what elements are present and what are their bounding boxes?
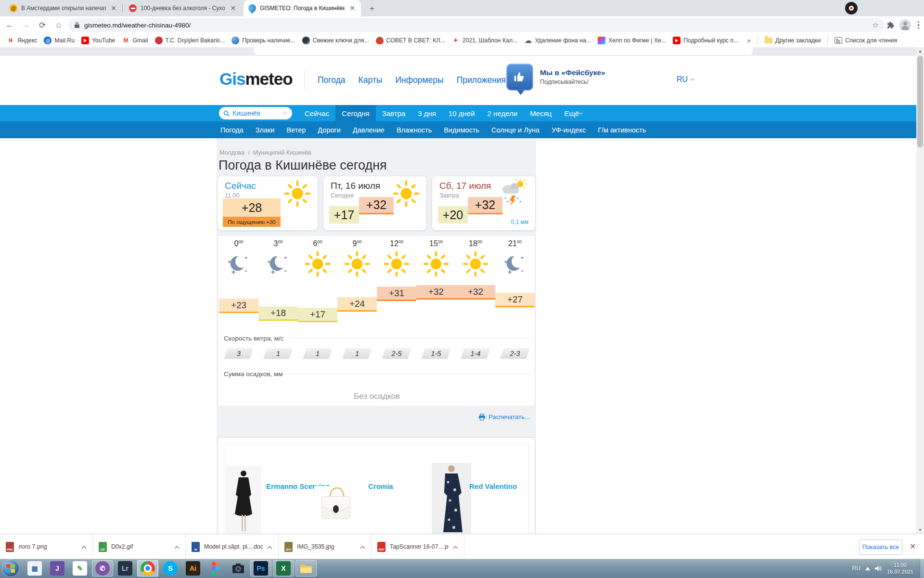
reading-list-button[interactable]: Список для чтения — [834, 37, 897, 44]
taskbar-app-chrome[interactable] — [137, 560, 158, 577]
other-bookmarks-button[interactable]: Другие закладки — [765, 37, 821, 44]
taskbar-app-lightroom[interactable]: Lr — [115, 560, 136, 577]
product-image-bag[interactable] — [315, 486, 356, 523]
tab-close-icon[interactable]: ✕ — [229, 4, 237, 12]
download-item[interactable]: WModel pl.săpt. pl....docx — [186, 534, 279, 559]
taskbar-app-illustrator[interactable]: Ai — [182, 560, 204, 577]
download-chevron-icon[interactable] — [453, 542, 458, 551]
sub-nav-link[interactable]: Видимость — [444, 126, 479, 134]
download-item[interactable]: PDFTapScanner 16-07....pdf — [372, 534, 464, 559]
period-tab[interactable]: Сейчас — [298, 105, 335, 121]
breadcrumb-link[interactable]: Молдова — [219, 149, 244, 156]
bookmark-item[interactable]: ☁Удаление фона на... — [524, 37, 591, 44]
bookmark-item[interactable]: MGmail — [122, 37, 148, 44]
brand-link[interactable]: Cromia — [368, 482, 393, 490]
address-bar[interactable]: gismeteo.md/weather-chisinau-4980/ ☆ — [68, 18, 885, 32]
download-chevron-icon[interactable] — [174, 542, 180, 551]
weather-card[interactable]: Сейчас11:00+28По ощущению +30 — [218, 176, 318, 230]
site-nav-link[interactable]: Карты — [359, 75, 383, 85]
browser-tab[interactable]: 100-дневка без алкоголя - Сухо✕ — [124, 0, 242, 16]
show-desktop-button[interactable] — [920, 559, 924, 578]
weather-card[interactable]: Сб, 17 июляЗавтра+20+320,1 мм — [432, 176, 535, 230]
sub-nav-link[interactable]: Злаки — [256, 126, 275, 134]
taskbar-app-camera[interactable] — [228, 560, 249, 577]
tab-close-icon[interactable]: ✕ — [348, 4, 356, 12]
volume-icon[interactable] — [875, 565, 882, 572]
gismeteo-logo[interactable]: Gismeteo — [219, 69, 293, 89]
site-nav-link[interactable]: Приложения — [457, 75, 506, 85]
product-image-gown[interactable] — [432, 463, 471, 534]
hidden-icons-chevron[interactable] — [865, 567, 870, 570]
sub-nav-link[interactable]: УФ-индекс — [552, 126, 586, 134]
bookmarks-overflow-chevron[interactable]: » — [747, 37, 751, 44]
period-tab[interactable]: Месяц — [524, 105, 558, 121]
download-chevron-icon[interactable] — [360, 542, 365, 551]
facebook-widget[interactable]: Мы в «Фейсбуке» Подписывайтесь! — [506, 64, 605, 91]
forward-button[interactable]: → — [19, 18, 33, 32]
card-title[interactable]: Сейчас — [225, 181, 256, 191]
bookmark-item[interactable]: ✦2021, Шаблон Кал... — [452, 37, 518, 44]
taskbar-app-viber[interactable]: ✆ — [92, 560, 113, 577]
sub-nav-link[interactable]: Дороги — [318, 126, 341, 134]
tray-clock[interactable]: 11:00 16.07.2021 — [887, 562, 913, 575]
sub-nav-link[interactable]: Давление — [353, 126, 385, 134]
taskbar-app-notes[interactable]: ✎ — [69, 560, 90, 577]
bookmark-item[interactable]: @Mail.Ru — [44, 37, 75, 44]
sub-nav-link[interactable]: Солнце и Луна — [491, 126, 539, 134]
site-nav-link[interactable]: Погода — [318, 75, 346, 85]
browser-tab[interactable]: @В Амстердаме открыли напечат✕ — [5, 0, 122, 16]
period-tab[interactable]: Завтра — [376, 105, 412, 121]
site-nav-link[interactable]: Информеры — [395, 75, 443, 85]
period-tab[interactable]: Сегодня — [335, 105, 376, 121]
sub-nav-link[interactable]: Г/м активность — [598, 126, 646, 134]
period-tab[interactable]: 3 дня — [411, 105, 442, 121]
sub-nav-link[interactable]: Влажность — [397, 126, 432, 134]
taskbar-app-explorer[interactable] — [295, 560, 317, 577]
reload-button[interactable]: ⟳ — [36, 18, 49, 32]
bookmark-item[interactable]: Свежие ключи для... — [302, 37, 369, 44]
period-tab[interactable]: 10 дней — [442, 105, 481, 121]
page-scrollbar[interactable]: ▲ ▼ — [916, 47, 924, 534]
close-downloads-bar-icon[interactable]: ✕ — [910, 542, 916, 551]
download-chevron-icon[interactable] — [267, 542, 272, 551]
download-item[interactable]: PNGлого 7.png — [0, 534, 93, 559]
browser-tab[interactable]: GISMETEO: Погода в Кишинёве✕ — [244, 0, 361, 16]
taskbar-app-photoshop[interactable]: Ps — [250, 560, 271, 577]
bookmark-item[interactable]: T.C. Dışişleri Bakanlı... — [155, 37, 225, 44]
home-button[interactable]: ⌂ — [52, 18, 65, 32]
period-tab[interactable]: 2 недели — [481, 105, 524, 121]
download-item[interactable]: JPGIMG_3535.jpg — [279, 534, 372, 559]
print-link[interactable]: Распечатать... — [478, 413, 530, 420]
bookmark-item[interactable]: Проверь наличие... — [231, 37, 295, 44]
brand-link[interactable]: Red Valentino — [469, 482, 517, 490]
tray-language[interactable]: RU — [852, 565, 860, 572]
bookmark-item[interactable]: СОВЕТ В СВЕТ: КЛ... — [376, 37, 445, 44]
product-image-dress[interactable] — [226, 466, 261, 534]
breadcrumb-link[interactable]: Муниципий Кишинёв — [253, 149, 311, 156]
favorite-star-icon[interactable]: ☆ — [282, 109, 288, 118]
scroll-down-arrow[interactable]: ▼ — [916, 526, 924, 534]
period-tab[interactable]: Ещё — [558, 105, 589, 121]
new-tab-button[interactable]: + — [366, 2, 378, 15]
screen-record-indicator[interactable] — [845, 2, 858, 14]
scrollbar-thumb[interactable] — [917, 56, 923, 147]
download-chevron-icon[interactable] — [81, 542, 87, 551]
city-search-input[interactable]: Кишинёв ☆ — [219, 107, 292, 119]
sub-nav-link[interactable]: Ветер — [286, 126, 306, 134]
language-selector[interactable]: RU — [677, 75, 694, 84]
back-button[interactable]: ← — [3, 18, 16, 32]
download-item[interactable]: GIFD0x2.gif — [93, 534, 186, 559]
profile-avatar[interactable] — [899, 19, 911, 31]
scroll-up-arrow[interactable]: ▲ — [916, 47, 924, 55]
taskbar-app-j-app[interactable]: J — [47, 560, 68, 577]
show-all-downloads-button[interactable]: Показать все — [859, 539, 902, 555]
taskbar-app-figma[interactable] — [205, 560, 226, 577]
tab-close-icon[interactable]: ✕ — [110, 4, 117, 12]
taskbar-app-calculator[interactable]: ▦ — [24, 560, 45, 577]
browser-menu-icon[interactable] — [916, 21, 922, 29]
bookmark-star-icon[interactable]: ☆ — [873, 21, 879, 29]
bookmark-item[interactable]: Подробный курс п... — [673, 37, 738, 44]
extensions-puzzle-icon[interactable] — [886, 21, 895, 29]
bookmark-item[interactable]: ЯЯндекс — [7, 37, 37, 44]
bookmark-item[interactable]: Хелп по Фигме | Хе... — [598, 37, 666, 44]
